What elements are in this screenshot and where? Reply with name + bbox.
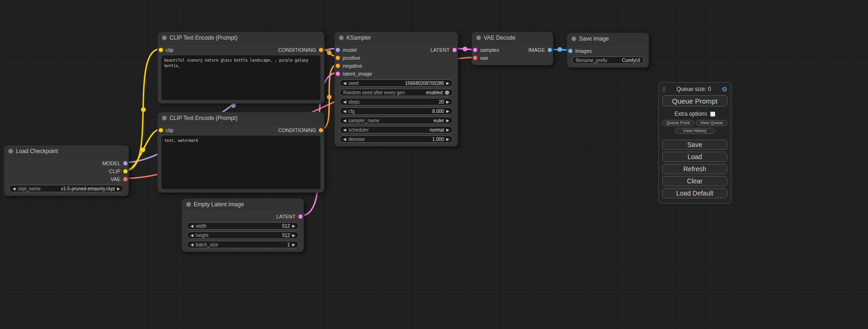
input-label: latent_image [343,71,372,77]
arrow-left-icon[interactable]: ◀ [191,243,193,247]
widget-label: Random seed after every gen [343,90,405,95]
arrow-left-icon[interactable]: ◀ [343,109,346,113]
input-label: vae [480,55,488,61]
view-history-button[interactable]: View History [675,128,715,134]
collapse-dot-icon[interactable] [476,35,481,40]
output-port-vae[interactable] [123,177,127,181]
arrow-right-icon[interactable]: ▶ [292,243,295,247]
widget-label: height [196,233,208,238]
queue-prompt-button[interactable]: Queue Prompt [662,95,727,106]
arrow-left-icon[interactable]: ◀ [191,224,193,228]
input-port-negative[interactable] [336,63,340,68]
node-header[interactable]: CLIP Text Encode (Prompt) [158,112,324,124]
input-port-model[interactable] [336,48,340,52]
output-port-image[interactable] [548,48,552,52]
widget-random-seed-toggle[interactable]: Random seed after every gen enabled [339,89,453,96]
arrow-right-icon[interactable]: ▶ [292,233,295,238]
widget-label: steps [348,99,360,105]
node-header[interactable]: Save Image [567,33,649,45]
node-header[interactable]: CLIP Text Encode (Prompt) [158,32,324,44]
node-ksampler[interactable]: KSampler model LATENT positive negative … [334,32,458,147]
input-port-images[interactable] [568,49,572,53]
collapse-dot-icon[interactable] [8,149,13,154]
collapse-dot-icon[interactable] [339,35,344,40]
collapse-dot-icon[interactable] [572,36,576,41]
slot-row: model LATENT [335,46,458,54]
widget-label: sampler_name [348,118,379,123]
arrow-left-icon[interactable]: ◀ [343,137,346,141]
node-header[interactable]: VAE Decode [472,32,553,44]
widget-sampler-name[interactable]: ◀ sampler_name euler ▶ [339,117,453,124]
node-canvas[interactable]: Load Checkpoint MODEL CLIP VAE ◀ ckpt_na… [0,0,868,329]
arrow-left-icon[interactable]: ◀ [343,100,346,104]
widget-cfg[interactable]: ◀ cfg 8.000 ▶ [339,107,453,115]
queue-front-button[interactable]: Queue Front [662,120,694,126]
settings-gear-icon[interactable]: ⚙ [721,85,727,93]
input-port-samples[interactable] [473,48,477,52]
input-port-clip[interactable] [159,128,163,132]
widget-batch-size[interactable]: ◀ batch_size 1 ▶ [187,241,299,248]
arrow-right-icon[interactable]: ▶ [446,137,449,141]
arrow-right-icon[interactable]: ▶ [117,187,120,191]
arrow-right-icon[interactable]: ▶ [446,100,449,104]
input-port-clip[interactable] [159,48,163,52]
input-port-latent-image[interactable] [336,71,340,76]
slot-row: vae [472,54,553,62]
node-header[interactable]: KSampler [335,32,458,44]
arrow-left-icon[interactable]: ◀ [13,187,15,191]
link-dot-samples [463,47,467,51]
arrow-left-icon[interactable]: ◀ [191,233,193,238]
node-save-image[interactable]: Save Image images filename_prefix ComfyU… [567,33,649,68]
load-button[interactable]: Load [662,152,727,162]
collapse-dot-icon[interactable] [162,35,167,40]
arrow-right-icon[interactable]: ▶ [446,81,449,85]
output-label: CONDITIONING [278,47,316,53]
output-label: MODEL [102,161,120,166]
arrow-left-icon[interactable]: ◀ [343,119,346,123]
negative-prompt-textarea[interactable]: text, watermark [162,136,320,189]
widget-seed[interactable]: ◀ seed 156680208700286 ▶ [339,79,453,87]
input-port-positive[interactable] [336,56,340,60]
arrow-right-icon[interactable]: ▶ [446,128,449,132]
refresh-button[interactable]: Refresh [662,164,727,174]
output-port-model[interactable] [123,161,127,165]
arrow-right-icon[interactable]: ▶ [446,109,449,113]
link-dot-image [557,47,562,52]
arrow-right-icon[interactable]: ▶ [446,119,449,123]
node-empty-latent-image[interactable]: Empty Latent Image LATENT ◀ width 512 ▶ … [182,198,304,252]
widget-filename-prefix[interactable]: filename_prefix ComfyUI [572,56,644,64]
arrow-right-icon[interactable]: ▶ [292,224,295,228]
output-port-conditioning[interactable] [319,128,323,132]
save-button[interactable]: Save [662,140,727,150]
node-clip-text-encode-negative[interactable]: CLIP Text Encode (Prompt) clip CONDITION… [157,112,325,193]
widget-height[interactable]: ◀ height 512 ▶ [187,231,299,239]
node-header[interactable]: Load Checkpoint [4,146,128,157]
view-queue-button[interactable]: View Queue [696,120,728,126]
collapse-dot-icon[interactable] [186,202,191,207]
drag-handle-icon[interactable]: ⣿ [662,86,666,92]
input-port-vae[interactable] [473,56,477,60]
extra-options-checkbox[interactable] [710,112,715,117]
collapse-dot-icon[interactable] [162,116,167,120]
arrow-left-icon[interactable]: ◀ [343,81,346,85]
widget-denoise[interactable]: ◀ denoise 1.000 ▶ [339,135,453,143]
output-port-latent[interactable] [452,48,457,52]
output-port-clip[interactable] [123,169,127,173]
clear-button[interactable]: Clear [662,176,727,186]
node-load-checkpoint[interactable]: Load Checkpoint MODEL CLIP VAE ◀ ckpt_na… [4,145,129,196]
positive-prompt-textarea[interactable]: beautiful scenery nature glass bottle la… [162,56,320,100]
widget-width[interactable]: ◀ width 512 ▶ [187,222,299,230]
node-header[interactable]: Empty Latent Image [182,199,303,210]
output-port-conditioning[interactable] [319,48,323,52]
output-label: CONDITIONING [278,127,316,133]
widget-scheduler[interactable]: ◀ scheduler normal ▶ [339,126,453,133]
widget-steps[interactable]: ◀ steps 20 ▶ [339,98,453,105]
output-port-latent[interactable] [298,214,303,218]
toggle-dot-icon[interactable] [445,91,449,95]
arrow-left-icon[interactable]: ◀ [343,128,346,132]
widget-ckpt-name[interactable]: ◀ ckpt_name v1-5-pruned-emaonly.ckpt ▶ [9,185,124,192]
slot-row: latent_image [335,70,458,77]
load-default-button[interactable]: Load Default [662,188,727,198]
node-clip-text-encode-positive[interactable]: CLIP Text Encode (Prompt) clip CONDITION… [157,32,325,104]
node-vae-decode[interactable]: VAE Decode samples IMAGE vae [472,32,553,65]
